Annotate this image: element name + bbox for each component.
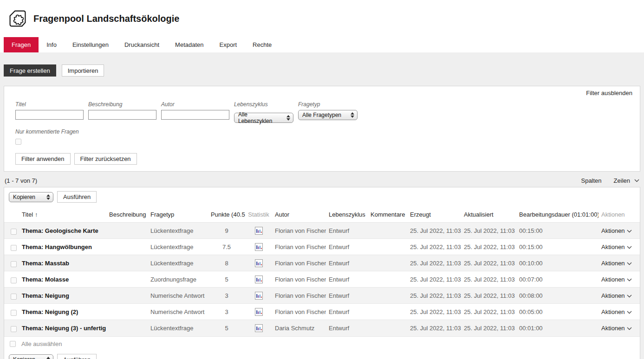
question-lifecycle: Entwurf — [326, 304, 368, 320]
create-question-button[interactable]: Frage erstellen — [4, 64, 56, 77]
row-checkbox[interactable] — [11, 277, 17, 283]
question-title-link[interactable]: Thema: Geologische Karte — [19, 223, 106, 239]
row-actions-dropdown[interactable]: Aktionen — [598, 288, 640, 304]
statistics-chart-icon[interactable] — [255, 324, 263, 332]
question-title-link[interactable]: Thema: Neigung (3) - unfertig — [19, 320, 106, 336]
bulk-action-select-top[interactable]: Kopieren — [9, 192, 53, 202]
row-actions-dropdown[interactable]: Aktionen — [598, 239, 640, 255]
description-filter-label: Beschreibung — [88, 101, 156, 108]
commented-only-checkbox[interactable] — [15, 139, 21, 145]
rows-selector[interactable]: Zeilen — [614, 177, 639, 184]
statistics-chart-icon[interactable] — [255, 243, 263, 251]
question-created: 25. Jul 2022, 11:03 — [407, 304, 461, 320]
question-statistics-cell — [245, 239, 272, 255]
tab-fragen[interactable]: Fragen — [4, 37, 39, 52]
apply-filter-button[interactable]: Filter anwenden — [15, 153, 71, 165]
lifecycle-filter-select[interactable]: Alle Lebenszyklen — [234, 113, 293, 123]
qtype-filter-label: Fragetyp — [298, 101, 358, 108]
question-lifecycle: Entwurf — [326, 239, 368, 255]
row-checkbox[interactable] — [11, 245, 17, 251]
question-description — [106, 288, 148, 304]
question-author: Florian von Fischer — [272, 223, 326, 239]
question-lifecycle: Entwurf — [326, 223, 368, 239]
header-kommentare[interactable]: Kommentare — [368, 206, 407, 223]
description-filter-input[interactable] — [88, 110, 156, 120]
bulk-action-value-bottom: Kopieren — [13, 356, 35, 359]
row-checkbox[interactable] — [11, 229, 17, 235]
question-created: 25. Jul 2022, 11:03 — [407, 288, 461, 304]
row-actions-dropdown[interactable]: Aktionen — [598, 320, 640, 336]
statistics-chart-icon[interactable] — [255, 259, 263, 267]
execute-button-top[interactable]: Ausführen — [57, 191, 97, 203]
question-title-link[interactable]: Thema: Hangwölbungen — [19, 239, 106, 255]
header-punkte[interactable]: Punkte (40.5) — [208, 206, 245, 223]
result-range-top: (1 - 7 von 7) — [5, 177, 37, 184]
question-updated: 25. Jul 2022, 11:03 — [461, 288, 516, 304]
reset-filter-button[interactable]: Filter zurücksetzen — [74, 153, 137, 165]
header-aktualisiert[interactable]: Aktualisiert — [461, 206, 516, 223]
question-created: 25. Jul 2022, 11:03 — [407, 320, 461, 336]
chevron-down-icon — [627, 246, 632, 249]
title-filter-input[interactable] — [15, 110, 84, 120]
question-duration: 00:07:00 — [516, 271, 598, 288]
row-checkbox[interactable] — [11, 310, 17, 316]
statistics-chart-icon[interactable] — [255, 276, 263, 283]
chevron-down-icon — [627, 311, 632, 314]
row-actions-dropdown[interactable]: Aktionen — [598, 271, 640, 288]
table-row: Thema: MolasseZuordnungsfrage5Florian vo… — [4, 271, 640, 288]
row-checkbox[interactable] — [11, 261, 17, 267]
header-lebenszyklus[interactable]: Lebenszyklus — [326, 206, 368, 223]
question-updated: 25. Jul 2022, 11:03 — [461, 239, 516, 255]
question-comments — [368, 320, 407, 336]
row-actions-dropdown[interactable]: Aktionen — [598, 223, 640, 239]
execute-button-bottom[interactable]: Ausführen — [57, 354, 97, 359]
select-all-label: Alle auswählen — [21, 340, 62, 347]
author-filter-label: Autor — [161, 101, 229, 108]
row-actions-dropdown[interactable]: Aktionen — [598, 255, 640, 271]
tab-druckansicht[interactable]: Druckansicht — [117, 37, 167, 52]
statistics-chart-icon[interactable] — [255, 227, 263, 235]
tab-info[interactable]: Info — [39, 37, 65, 52]
header-autor[interactable]: Autor — [272, 206, 326, 223]
question-title-link[interactable]: Thema: Neigung — [19, 288, 106, 304]
question-description — [106, 255, 148, 271]
header-fragetyp[interactable]: Fragetyp — [148, 206, 208, 223]
import-button[interactable]: Importieren — [62, 64, 104, 77]
question-description — [106, 304, 148, 320]
question-comments — [368, 288, 407, 304]
object-header: Fragenpool Landschaftsökologie — [0, 0, 644, 37]
rows-selector-label: Zeilen — [614, 177, 630, 184]
question-author: Daria Schmutz — [272, 320, 326, 336]
sort-ascending-icon: ↑ — [35, 211, 38, 218]
select-all-checkbox[interactable] — [10, 341, 16, 347]
header-titel[interactable]: Titel↑ — [19, 206, 106, 223]
question-title-link[interactable]: Thema: Neigung (2) — [19, 304, 106, 320]
question-lifecycle: Entwurf — [326, 271, 368, 288]
header-erzeugt[interactable]: Erzeugt — [407, 206, 461, 223]
header-beschreibung[interactable]: Beschreibung — [106, 206, 148, 223]
hide-filter-link[interactable]: Filter ausblenden — [12, 89, 632, 97]
header-bearbeitungsdauer[interactable]: Bearbeitungsdauer (01:01:00) — [516, 206, 598, 223]
author-filter-input[interactable] — [161, 110, 229, 120]
filter-field-qtype: Fragetyp Alle Fragetypen — [298, 101, 358, 123]
question-points: 8 — [208, 255, 245, 271]
columns-selector[interactable]: Spalten — [581, 177, 601, 184]
question-description — [106, 239, 148, 255]
question-type: Numerische Antwort — [148, 304, 208, 320]
select-arrows-icon — [46, 194, 50, 200]
row-checkbox[interactable] — [11, 294, 17, 300]
tab-einstellungen[interactable]: Einstellungen — [65, 37, 117, 52]
table-row: Thema: Neigung (3) - unfertigLückentextf… — [4, 320, 640, 336]
statistics-chart-icon[interactable] — [255, 292, 263, 300]
qtype-filter-select[interactable]: Alle Fragetypen — [298, 110, 358, 120]
bulk-action-select-bottom[interactable]: Kopieren — [9, 354, 53, 359]
tab-metadaten[interactable]: Metadaten — [167, 37, 211, 52]
question-title-link[interactable]: Thema: Molasse — [19, 271, 106, 288]
table-row: Thema: Geologische KarteLückentextfrage9… — [4, 223, 640, 239]
row-actions-dropdown[interactable]: Aktionen — [598, 304, 640, 320]
statistics-chart-icon[interactable] — [255, 308, 263, 316]
row-checkbox[interactable] — [11, 326, 17, 332]
tab-rechte[interactable]: Rechte — [245, 37, 280, 52]
tab-export[interactable]: Export — [212, 37, 245, 52]
question-title-link[interactable]: Thema: Masstab — [19, 255, 106, 271]
